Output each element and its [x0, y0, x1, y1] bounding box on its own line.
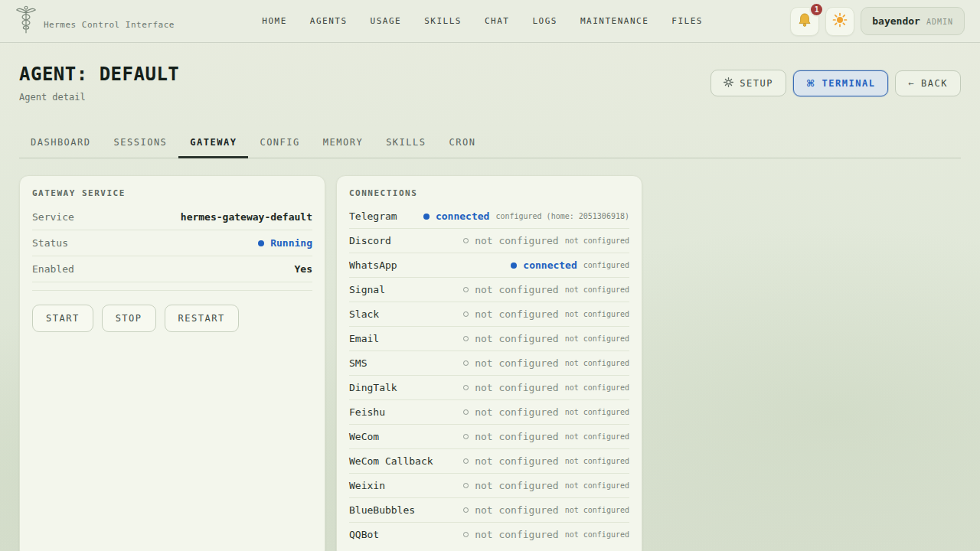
connection-detail: not configured	[565, 236, 629, 245]
connection-row-bluebubbles: BlueBubblesnot configurednot configured	[349, 498, 629, 523]
setup-button[interactable]: SETUP	[710, 70, 786, 96]
tab-config[interactable]: CONFIG	[248, 130, 311, 158]
connection-name: Telegram	[349, 210, 397, 222]
notification-badge: 1	[809, 2, 824, 17]
not-configured-dot-icon	[463, 311, 469, 317]
restart-button[interactable]: RESTART	[165, 305, 239, 332]
connections-card: CONNECTIONS Telegramconnectedconfigured …	[336, 175, 642, 551]
connection-name: DingTalk	[349, 382, 397, 393]
gateway-row-service: Servicehermes-gateway-default	[32, 204, 312, 230]
main-content: AGENT: DEFAULT Agent detail SETUP ⌘	[0, 64, 980, 551]
not-configured-dot-icon	[463, 336, 469, 341]
connection-status: not configured	[475, 235, 559, 246]
user-name: bayendor	[872, 15, 920, 27]
connection-status: not configured	[475, 308, 559, 320]
connection-name: Feishu	[349, 406, 385, 418]
back-button[interactable]: ← BACK	[895, 70, 961, 96]
gateway-service-card: GATEWAY SERVICE Servicehermes-gateway-de…	[19, 175, 325, 551]
topbar-right: 1 bayendor ADMIN	[790, 7, 965, 36]
nav-item-usage[interactable]: USAGE	[371, 16, 402, 26]
connection-row-discord: Discordnot configurednot configured	[349, 229, 629, 253]
nav-item-agents[interactable]: AGENTS	[310, 16, 348, 26]
connection-status: not configured	[475, 455, 559, 467]
connection-status: not configured	[475, 480, 559, 491]
connection-name: WeCom	[349, 431, 379, 442]
caduceus-logo-icon	[15, 5, 37, 38]
cards-row: GATEWAY SERVICE Servicehermes-gateway-de…	[19, 175, 961, 551]
page-head-text: AGENT: DEFAULT Agent detail	[19, 64, 179, 103]
not-configured-dot-icon	[463, 532, 469, 537]
connection-name: Slack	[349, 308, 379, 320]
connected-dot-icon	[511, 262, 517, 269]
not-configured-dot-icon	[463, 238, 469, 243]
gateway-rows: Servicehermes-gateway-defaultStatusRunni…	[32, 204, 312, 282]
user-menu[interactable]: bayendor ADMIN	[861, 7, 965, 35]
gateway-row-label: Status	[32, 237, 68, 249]
connection-row-email: Emailnot configurednot configured	[349, 327, 629, 351]
connection-status: not configured	[475, 406, 559, 418]
connection-status-group: not configurednot configured	[463, 406, 629, 418]
divider	[32, 290, 312, 291]
connection-status: connected	[523, 259, 577, 271]
theme-toggle-button[interactable]	[825, 7, 854, 36]
not-configured-dot-icon	[463, 483, 469, 488]
connection-name: WhatsApp	[349, 259, 397, 271]
tab-sessions[interactable]: SESSIONS	[103, 130, 179, 158]
gateway-actions: STARTSTOPRESTART	[32, 305, 312, 332]
connection-status-group: not configurednot configured	[463, 504, 629, 516]
gateway-row-label: Enabled	[32, 263, 74, 275]
connection-name: BlueBubbles	[349, 504, 415, 516]
back-arrow-icon: ←	[908, 79, 915, 88]
nav-item-maintenance[interactable]: MAINTENANCE	[580, 16, 648, 26]
bell-icon	[797, 12, 812, 31]
connection-status-group: not configurednot configured	[463, 333, 629, 344]
command-icon: ⌘	[806, 79, 816, 88]
connection-detail: not configured	[565, 359, 629, 367]
tab-memory[interactable]: MEMORY	[312, 130, 374, 158]
notifications-button[interactable]: 1	[790, 7, 819, 36]
connection-status-group: connectedconfigured	[511, 259, 629, 271]
terminal-button-label: TERMINAL	[822, 78, 876, 89]
sun-icon	[832, 12, 848, 31]
nav-item-home[interactable]: HOME	[262, 16, 287, 26]
connection-row-feishu: Feishunot configurednot configured	[349, 400, 629, 425]
connected-dot-icon	[423, 214, 430, 220]
connection-name: Signal	[349, 284, 385, 295]
setup-button-label: SETUP	[740, 78, 773, 89]
nav-item-files[interactable]: FILES	[671, 16, 703, 26]
connection-status: not configured	[475, 504, 559, 516]
connection-name: SMS	[349, 357, 367, 369]
tab-cron[interactable]: CRON	[437, 130, 487, 158]
connection-row-wecom: WeComnot configurednot configured	[349, 425, 629, 449]
gateway-row-value: Yes	[295, 263, 312, 275]
connection-status: not configured	[475, 333, 559, 344]
tab-gateway[interactable]: GATEWAY	[178, 130, 248, 158]
connection-status-group: not configurednot configured	[463, 308, 629, 320]
not-configured-dot-icon	[463, 458, 469, 464]
page-subtitle: Agent detail	[19, 92, 179, 103]
tab-skills[interactable]: SKILLS	[374, 130, 437, 158]
connection-status-group: not configurednot configured	[463, 529, 629, 540]
connection-status: not configured	[475, 357, 559, 369]
connection-status-group: not configurednot configured	[463, 382, 629, 393]
tab-dashboard[interactable]: DASHBOARD	[19, 130, 103, 158]
connection-status: not configured	[475, 431, 559, 442]
connections-card-title: CONNECTIONS	[349, 188, 629, 198]
not-configured-dot-icon	[463, 434, 469, 439]
connection-detail: not configured	[565, 457, 629, 465]
stop-button[interactable]: STOP	[102, 305, 156, 332]
start-button[interactable]: START	[32, 305, 93, 332]
terminal-button[interactable]: ⌘ TERMINAL	[793, 70, 888, 96]
tab-bar: DASHBOARDSESSIONSGATEWAYCONFIGMEMORYSKIL…	[19, 130, 961, 158]
connection-row-sms: SMSnot configurednot configured	[349, 351, 629, 376]
nav-item-chat[interactable]: CHAT	[485, 16, 510, 26]
connection-name: Discord	[349, 235, 391, 246]
connection-status-group: not configurednot configured	[463, 480, 629, 491]
connection-status: not configured	[475, 382, 559, 393]
connection-status: not configured	[475, 284, 559, 295]
gateway-row-status: StatusRunning	[32, 230, 312, 256]
nav-item-skills[interactable]: SKILLS	[424, 16, 462, 26]
connection-detail: configured	[583, 261, 629, 269]
brand: Hermes Control Interface	[15, 5, 175, 38]
nav-item-logs[interactable]: LOGS	[532, 16, 557, 26]
